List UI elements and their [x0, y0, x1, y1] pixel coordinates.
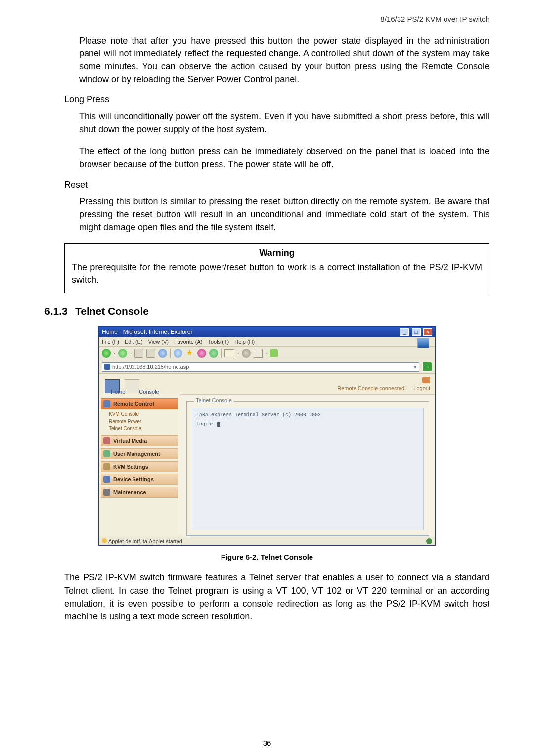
history-icon[interactable]: [209, 349, 218, 358]
menu-help[interactable]: Help (H): [234, 339, 255, 345]
home-icon[interactable]: [158, 349, 167, 358]
sidebar-kvm-settings[interactable]: KVM Settings: [101, 461, 178, 472]
address-bar: http://192.168.10.218/home.asp ▾ →: [99, 360, 435, 374]
menu-favorites[interactable]: Favorite (A): [174, 339, 202, 345]
heading-reset: Reset: [64, 180, 490, 190]
section-number: 6.1.3: [44, 305, 75, 317]
page-number: 36: [0, 739, 534, 747]
app-top-bar: Home Console Remote Console connected! L…: [99, 374, 435, 395]
remote-control-icon: [103, 400, 110, 407]
paragraph-reset: Pressing this button is similar to press…: [79, 195, 490, 234]
top-right-status: Remote Console connected! Logout: [337, 377, 430, 391]
figure-caption: Figure 6-2. Telnet Console: [44, 553, 490, 561]
document-page: 8/16/32 PS/2 KVM over IP switch Please n…: [0, 0, 534, 756]
sidebar-label: Remote Control: [113, 401, 154, 407]
logout-icon[interactable]: [422, 377, 430, 383]
logout-link[interactable]: Logout: [413, 385, 430, 391]
favorites-icon[interactable]: [185, 349, 194, 358]
menu-tools[interactable]: Tools (T): [208, 339, 229, 345]
section-heading: 6.1.3Telnet Console: [44, 305, 490, 317]
maintenance-icon: [103, 489, 110, 496]
sidebar-sub-items: KVM Console Remote Power Telnet Console: [104, 410, 178, 432]
paragraph-note: Please note that after you have pressed …: [79, 34, 490, 86]
content-pane: Telnet Console LARA express Terminal Ser…: [180, 394, 435, 537]
warning-box: Warning The prerequisite for the remote …: [64, 243, 490, 293]
internet-zone-icon: [426, 538, 432, 544]
menu-file[interactable]: File (F): [102, 339, 119, 345]
sidebar: Remote Control KVM Console Remote Power …: [99, 394, 180, 537]
sub-kvm-console[interactable]: KVM Console: [104, 410, 178, 418]
browser-status-bar: Applet de.intf.jta.Applet started: [99, 537, 435, 545]
back-icon[interactable]: [102, 349, 111, 358]
paragraph-bottom: The PS/2 IP-KVM switch firmware features…: [64, 571, 490, 622]
refresh-icon[interactable]: [146, 349, 155, 358]
ie-logo-icon: [417, 338, 429, 348]
sidebar-label: Maintenance: [113, 489, 146, 495]
separator-icon: [221, 349, 222, 358]
sidebar-remote-control[interactable]: Remote Control: [101, 398, 178, 409]
heading-long-press: Long Press: [64, 94, 490, 105]
sidebar-device-settings[interactable]: Device Settings: [101, 474, 178, 485]
media-icon[interactable]: [197, 349, 206, 358]
address-input[interactable]: http://192.168.10.218/home.asp ▾: [102, 362, 419, 372]
sidebar-label: Device Settings: [113, 476, 154, 482]
browser-menu-bar: File (F) Edit (E) View (V) Favorite (A) …: [99, 337, 435, 347]
applet-icon: [102, 538, 107, 543]
terminal-line: LARA express Terminal Server (c) 2000-20…: [196, 412, 419, 418]
page-content: Home Console Remote Console connected! L…: [99, 374, 435, 537]
forward-icon[interactable]: [118, 349, 127, 358]
page-header: 8/16/32 PS/2 KVM over IP switch: [44, 15, 490, 23]
sub-telnet-console[interactable]: Telnet Console: [104, 425, 178, 432]
mail-icon[interactable]: [224, 349, 234, 357]
browser-toolbar: · · · ·: [99, 347, 435, 360]
menu-edit[interactable]: Edit (E): [125, 339, 143, 345]
go-button[interactable]: →: [422, 362, 432, 372]
sidebar-label: Virtual Media: [113, 438, 147, 444]
edit-icon[interactable]: [254, 349, 263, 358]
sidebar-label: KVM Settings: [113, 464, 148, 470]
sidebar-user-management[interactable]: User Management: [101, 448, 178, 459]
kvm-settings-icon: [103, 463, 110, 470]
window-title-bar: Home - Microsoft Internet Explorer _ □ ×: [99, 327, 435, 337]
user-management-icon: [103, 450, 110, 457]
page-icon: [104, 364, 110, 370]
paragraph-longpress-2: The effect of the long button press can …: [79, 145, 490, 171]
telnet-fieldset: Telnet Console LARA express Terminal Ser…: [186, 401, 429, 536]
maximize-button[interactable]: □: [412, 328, 421, 336]
sidebar-virtual-media[interactable]: Virtual Media: [101, 435, 178, 446]
paragraph-longpress-1: This will unconditionally power off the …: [79, 110, 490, 136]
fieldset-legend: Telnet Console: [194, 397, 234, 403]
virtual-media-icon: [103, 437, 110, 444]
browser-window: Home - Microsoft Internet Explorer _ □ ×…: [98, 326, 436, 546]
terminal-prompt: login:: [196, 422, 419, 427]
status-connected: Remote Console connected!: [337, 385, 406, 391]
close-button[interactable]: ×: [423, 328, 432, 336]
warning-title: Warning: [72, 248, 482, 258]
menu-view[interactable]: View (V): [148, 339, 169, 345]
sidebar-maintenance[interactable]: Maintenance: [101, 487, 178, 498]
separator-icon: [170, 349, 171, 358]
window-buttons: _ □ ×: [399, 328, 432, 336]
stop-icon[interactable]: [134, 349, 143, 358]
device-settings-icon: [103, 476, 110, 483]
figure-screenshot: Home - Microsoft Internet Explorer _ □ ×…: [44, 326, 490, 546]
window-title: Home - Microsoft Internet Explorer: [102, 329, 192, 335]
print-icon[interactable]: [242, 349, 251, 358]
telnet-terminal[interactable]: LARA express Terminal Server (c) 2000-20…: [192, 408, 424, 530]
status-text: Applet de.intf.jta.Applet started: [108, 538, 182, 544]
address-text: http://192.168.10.218/home.asp: [112, 364, 189, 370]
sub-remote-power[interactable]: Remote Power: [104, 418, 178, 425]
dropdown-icon[interactable]: ▾: [414, 364, 417, 370]
sidebar-label: User Management: [113, 451, 160, 457]
warning-body: The prerequisite for the remote power/re…: [72, 261, 482, 286]
minimize-button[interactable]: _: [400, 328, 409, 336]
search-icon[interactable]: [174, 349, 182, 358]
cursor-icon: [217, 422, 220, 427]
section-title: Telnet Console: [75, 305, 149, 317]
messenger-icon[interactable]: [270, 349, 278, 357]
